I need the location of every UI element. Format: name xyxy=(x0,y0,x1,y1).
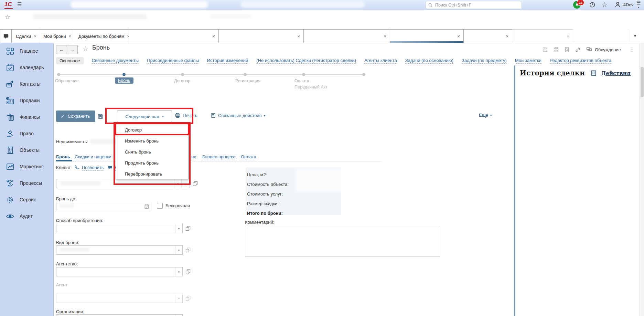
date-picker-button[interactable] xyxy=(142,202,151,211)
menu-item-izmenit-bron[interactable]: Изменить бронь xyxy=(116,136,188,147)
sidebar-item-kontakty[interactable]: Контакты xyxy=(0,76,53,92)
menu-item-prodlit-bron[interactable]: Продлить бронь xyxy=(116,158,188,169)
sidebar-item-obekty[interactable]: Объекты xyxy=(0,142,53,158)
menu-item-dogovor[interactable]: Договор xyxy=(116,125,188,136)
subtab-partial[interactable]: но xyxy=(191,154,196,160)
vertical-scrollbar[interactable] xyxy=(640,43,644,316)
sidebar-item-prodazhi[interactable]: Продажи xyxy=(0,92,53,109)
close-tab-icon[interactable]: × xyxy=(381,34,386,39)
get-link-icon[interactable] xyxy=(575,47,581,53)
global-search[interactable] xyxy=(426,1,522,9)
navlink-moi-zametki[interactable]: Мои заметки xyxy=(515,58,541,64)
tab-dokumenty-po-bronyam[interactable]: Документы по броням × xyxy=(74,29,129,43)
next-step-button[interactable]: Следующий шаг ▾ xyxy=(117,110,172,122)
user-name[interactable]: 4Dev xyxy=(623,2,633,7)
navlink-redaktor-rekvizitov[interactable]: Редактор реквизитов объекта xyxy=(550,58,611,64)
organization-field[interactable] xyxy=(56,315,175,316)
organization-dropdown-button[interactable]: ▾ xyxy=(175,315,182,316)
open-booking-kind-icon[interactable] xyxy=(185,247,191,253)
tab-sdelki[interactable]: Сделки × xyxy=(11,29,39,43)
agent-dropdown-button[interactable]: ▾ xyxy=(175,294,182,303)
more-menu-dots[interactable]: ⋮ xyxy=(630,46,635,53)
navlink-prisoedinennye-fajly[interactable]: Присоединенные файлы xyxy=(147,58,199,64)
actions-document-icon[interactable] xyxy=(590,70,597,76)
close-tab-icon[interactable]: × xyxy=(454,34,460,39)
perpetual-checkbox[interactable] xyxy=(157,203,163,209)
sidebar-item-pravo[interactable]: Право xyxy=(0,125,53,142)
more-button[interactable]: Еще ▾ xyxy=(479,113,492,118)
navlink-zadachi-po-osnovaniyu[interactable]: Задачи (по основанию) xyxy=(405,58,453,64)
close-tab-icon[interactable]: × xyxy=(66,34,71,39)
navlink-svyazannye-dokumenty[interactable]: Связанные документы xyxy=(92,58,139,64)
agency-input[interactable]: ▾ xyxy=(56,267,183,276)
close-tab-icon[interactable]: × xyxy=(294,34,300,39)
sidebar-item-audit[interactable]: Аудит xyxy=(0,208,53,224)
save-close-floppy-icon[interactable] xyxy=(97,113,104,119)
agent-field[interactable] xyxy=(56,294,175,303)
client-choose-button[interactable]: … xyxy=(181,179,190,188)
menu-item-snyat-bron[interactable]: Снять бронь xyxy=(116,147,188,158)
organization-input[interactable]: ▾ xyxy=(56,314,183,316)
main-menu-burger-icon[interactable]: ☰ xyxy=(17,1,22,8)
navlink-osnovnoe[interactable]: Основное xyxy=(56,57,84,64)
tab-redacted-2[interactable]: × xyxy=(218,29,304,43)
open-agent-icon[interactable] xyxy=(185,295,191,301)
navlink-zadachi-po-predmetu[interactable]: Задачи (по предмету) xyxy=(462,58,507,64)
user-account-icon[interactable] xyxy=(614,1,621,8)
call-link[interactable]: Позвонить xyxy=(82,165,104,171)
save-button[interactable]: ✓ Сохранить xyxy=(56,110,95,122)
forward-button[interactable]: → xyxy=(67,45,78,54)
history-clock-icon[interactable] xyxy=(589,1,595,8)
client-dropdown-button[interactable]: ▾ xyxy=(174,179,181,188)
agent-input[interactable]: ▾ xyxy=(56,294,183,303)
notifications-button[interactable]: 22 xyxy=(573,0,582,9)
close-tab-icon[interactable]: × xyxy=(503,34,508,39)
acquisition-field[interactable] xyxy=(56,224,175,233)
favorites-star-icon[interactable]: ☆ xyxy=(602,1,608,9)
tab-redacted-4[interactable]: × xyxy=(463,29,512,43)
subtab-skidki-i-nacenki[interactable]: Скидки и наценки xyxy=(75,154,111,160)
navlink-sdelki-registrator[interactable]: (Не использовать) Сделки (Регистратор сд… xyxy=(256,58,356,64)
back-button[interactable]: ← xyxy=(56,45,67,54)
comment-textarea[interactable] xyxy=(245,226,440,257)
close-tab-icon[interactable]: × xyxy=(31,34,36,39)
scrollbar-thumb[interactable] xyxy=(641,67,644,97)
navlink-istoriya-izmenenij[interactable]: История изменений xyxy=(207,58,248,64)
agency-dropdown-button[interactable]: ▾ xyxy=(175,267,182,276)
open-client-icon[interactable] xyxy=(192,181,198,187)
tab-redacted-5[interactable]: × xyxy=(512,29,573,43)
sidebar-item-marketing[interactable]: Маркетинг xyxy=(0,158,53,175)
acquisition-dropdown-button[interactable]: ▾ xyxy=(175,224,182,233)
booking-kind-dropdown-button[interactable]: ▾ xyxy=(175,246,182,254)
tab-home-chat[interactable] xyxy=(0,29,12,43)
favorite-toggle-star[interactable]: ☆ xyxy=(83,45,88,53)
close-tab-icon[interactable]: × xyxy=(210,34,215,39)
sidebar-item-servis[interactable]: Сервис xyxy=(0,191,53,208)
save-icon[interactable] xyxy=(542,47,548,53)
print-icon[interactable] xyxy=(553,47,559,53)
service-menu-button[interactable]: ☰ ▾ xyxy=(636,1,641,9)
bookmark-star-icon[interactable]: ☆ xyxy=(5,13,11,21)
print-preview-icon[interactable] xyxy=(564,47,570,53)
sidebar-item-kalendar[interactable]: Календарь xyxy=(0,59,53,76)
subtab-oplata[interactable]: Оплата xyxy=(241,154,256,160)
history-actions-link[interactable]: Действия xyxy=(601,70,631,76)
sidebar-item-glavnoe[interactable]: Главное xyxy=(0,43,53,59)
related-actions-button[interactable]: Связанные действия ▾ xyxy=(211,113,265,118)
subtab-biznes-process[interactable]: Бизнес-процесс xyxy=(202,154,235,160)
open-acquisition-icon[interactable] xyxy=(185,225,191,231)
discussion-label[interactable]: Обсуждение xyxy=(595,47,621,52)
sidebar-item-finansy[interactable]: Финансы xyxy=(0,109,53,125)
agency-field[interactable] xyxy=(56,267,175,276)
step-chip-bron[interactable]: Бронь xyxy=(115,77,133,84)
tab-moi-broni[interactable]: Мои брони × xyxy=(39,29,74,43)
menu-item-perebronirovat[interactable]: Перебронировать xyxy=(116,169,188,180)
tab-overflow-button[interactable]: ▼ xyxy=(628,29,642,43)
navlink-agenty-klienta[interactable]: Агенты клиента xyxy=(364,58,397,64)
tab-redacted-3[interactable]: × xyxy=(303,29,390,43)
open-agency-icon[interactable] xyxy=(185,269,191,275)
print-button[interactable]: Печать xyxy=(175,113,197,118)
close-tab-icon[interactable]: × xyxy=(125,34,129,39)
close-tab-icon[interactable]: × xyxy=(564,34,569,39)
acquisition-input[interactable]: ▾ xyxy=(56,224,183,233)
